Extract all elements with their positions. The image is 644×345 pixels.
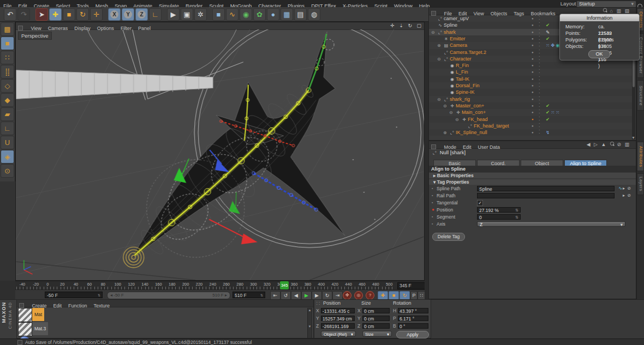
undo-icon[interactable]: ↶ <box>4 8 16 21</box>
coord-size-dropdown[interactable]: Size▾ <box>362 331 392 337</box>
ok-button[interactable]: OK <box>588 50 610 58</box>
visibility-dot-icon[interactable]: ● <box>532 96 534 102</box>
object-row-shark_rig[interactable]: ⊖⌞°shark_rig●⁚ <box>429 96 632 102</box>
visibility-dot-icon[interactable]: ● <box>532 29 534 35</box>
visibility-dot-icon[interactable]: ● <box>532 56 534 62</box>
next-frame-button[interactable]: ▶ <box>312 291 322 300</box>
visibility-dot-icon[interactable]: ● <box>532 49 534 56</box>
add-subdivision-surface-icon[interactable]: ◉ <box>240 8 252 21</box>
selected-object-row[interactable]: ⌞° Null [shark] <box>429 149 636 156</box>
range-start-field[interactable]: -50 F⇅ <box>45 292 103 298</box>
material-label-Mat.3[interactable]: Mat.3 <box>32 322 48 335</box>
ikspline-tag-icon[interactable]: ↯ <box>546 130 551 135</box>
model-mode-icon[interactable]: ■ <box>1 37 14 50</box>
visibility-dot-icon[interactable]: ● <box>532 102 534 109</box>
keyframe-selection-button[interactable]: ? <box>366 291 374 300</box>
visibility-dot-icon[interactable]: ● <box>532 69 534 75</box>
timeline-range-slider[interactable]: ◂ -50 F 510 F ▸ <box>107 292 230 299</box>
visibility-dot-icon[interactable]: ▪ <box>532 116 533 123</box>
render-dots-icon[interactable]: ⁚ <box>539 69 540 75</box>
move-icon[interactable]: ✚ <box>49 8 62 21</box>
object-row-FK_head[interactable]: ⊖✛FK_head▪⁚✔ <box>429 116 632 123</box>
timeline-ruler[interactable]: -40-200204060801001201401601802002202402… <box>15 281 425 290</box>
add-light-icon[interactable]: ◍ <box>308 8 320 21</box>
viewport-canvas[interactable] <box>16 29 424 280</box>
visibility-dot-icon[interactable]: ● <box>532 35 534 42</box>
redo-icon[interactable]: ↷ <box>17 8 30 21</box>
record-position-toggle[interactable]: ✚ <box>378 291 388 300</box>
range-end-field[interactable]: 510 F⇅ <box>232 292 265 298</box>
visibility-dot-icon[interactable]: ● <box>532 62 534 69</box>
visibility-dot-icon[interactable]: ● <box>532 123 534 129</box>
add-camera-icon[interactable]: ▤ <box>294 8 307 21</box>
object-label[interactable]: Main_con+ <box>462 110 486 115</box>
visibility-dot-icon[interactable]: ● <box>532 22 534 28</box>
add-array-icon[interactable]: ✿ <box>253 8 266 21</box>
pos-x-field[interactable]: -13331.435 c <box>321 308 355 313</box>
coord-system-icon[interactable]: ∟ <box>149 8 162 21</box>
render-dots-icon[interactable]: ⁚ <box>539 109 540 116</box>
attribute-toolbar-icons[interactable]: ◀ ▷ ▲ ⊘ ▥ <box>587 141 630 148</box>
rail-path-link-icons[interactable]: ▸ ⊘ <box>623 192 631 199</box>
record-rotation-toggle[interactable]: ↻ <box>399 291 410 300</box>
render-dots-icon[interactable]: ⁚ <box>539 123 540 129</box>
object-axis-mode-icon[interactable]: ▰ <box>1 107 14 121</box>
ik-tag-icon[interactable]: ⁙ <box>556 110 560 115</box>
add-cube-icon[interactable]: ■ <box>212 8 225 21</box>
scale-icon[interactable]: ■ <box>63 8 75 21</box>
tag-icons[interactable]: ✔ <box>546 102 551 109</box>
pen-tag-icon[interactable]: ✎ <box>546 29 551 35</box>
object-label[interactable]: Master_con+ <box>456 103 484 108</box>
add-floor-icon[interactable]: ▦ <box>281 8 293 21</box>
visibility-dot-icon[interactable]: ● <box>532 109 534 116</box>
spline-path-link-icons[interactable]: ∿▸ ⊘ <box>618 185 631 192</box>
object-row-Dorsal_Fin[interactable]: ◉Dorsal_Fin●⁚ <box>429 82 632 89</box>
point-mode-icon[interactable]: ⣿ <box>1 65 14 78</box>
check-tag-icon[interactable]: ✔ <box>546 36 551 41</box>
target-tag-icon[interactable]: ✥ <box>551 43 556 48</box>
object-row-Main_con+[interactable]: ⊖✛Main_con+●⁚✔⁙⁙ <box>429 109 632 116</box>
object-row-Master_con+[interactable]: ⊖✛Master_con+●⁚✔ <box>429 102 632 109</box>
delete-tag-button[interactable]: Delete Tag <box>432 233 465 241</box>
render-dots-icon[interactable]: ⁚ <box>539 102 540 109</box>
object-label[interactable]: L_Fin <box>456 69 468 75</box>
slider-right-group[interactable]: 510 F ▸ <box>212 292 227 299</box>
object-label[interactable]: Tail-IK <box>456 76 469 82</box>
lock-x-icon[interactable]: X <box>108 8 121 21</box>
tag-icons[interactable]: ⁙✥◉ <box>546 42 561 49</box>
object-label[interactable]: FK_head <box>468 117 488 122</box>
coord-mode-dropdown[interactable]: Object (Rel)▾ <box>321 331 356 337</box>
rail-path-field[interactable] <box>477 193 615 198</box>
slider-left-arrow[interactable]: ◂ <box>110 293 112 298</box>
add-spline-icon[interactable]: ∿ <box>226 8 238 21</box>
object-label[interactable]: Spline <box>444 22 457 28</box>
render-dots-icon[interactable]: ⁚ <box>539 116 540 123</box>
texture-mode-icon[interactable]: ∷ <box>1 51 14 64</box>
pos-z-field[interactable]: -268191.169 <box>321 323 355 329</box>
render-dots-icon[interactable]: ⁚ <box>539 35 540 42</box>
information-dialog-title[interactable]: Information <box>560 14 639 21</box>
object-label[interactable]: Dorsal_Fin <box>456 83 480 88</box>
object-row-FK_head_target[interactable]: ⌞°FK_head_target●⁚ <box>429 123 632 129</box>
render-picture-viewer-icon[interactable]: ▣ <box>181 8 193 21</box>
object-label[interactable]: shark_rig <box>450 96 470 102</box>
render-dots-icon[interactable]: ⁚ <box>539 29 540 35</box>
record-parameter-toggle[interactable]: P <box>410 291 418 300</box>
material-thumbnail-Mat.3[interactable] <box>18 322 32 336</box>
visibility-dot-icon[interactable]: ● <box>532 42 534 49</box>
loop-button[interactable]: ↻ <box>322 291 332 300</box>
visibility-dot-icon[interactable]: ● <box>532 129 534 136</box>
render-dots-icon[interactable]: ⁚ <box>539 82 540 89</box>
position-field[interactable]: 27.192 %⇅ <box>477 207 521 213</box>
ik-tag-icon[interactable]: ⁙ <box>551 110 556 115</box>
play-backwards-button[interactable]: ↺ <box>281 291 291 300</box>
axis-dropdown[interactable]: Z▾ <box>477 221 625 227</box>
ik-tag-icon[interactable]: ⁙ <box>546 43 551 48</box>
object-label[interactable]: FK_head_target <box>474 123 509 129</box>
object-label[interactable]: Camera <box>450 43 467 48</box>
object-row-Tail-IK[interactable]: ◉Tail-IK●⁚ <box>429 76 632 82</box>
object-label[interactable]: Camera.Target.2 <box>450 50 486 55</box>
side-tab-structure[interactable]: Structure <box>637 80 644 111</box>
pos-y-field[interactable]: 15257.349 cm <box>321 316 355 321</box>
play-forwards-button[interactable]: ▶ <box>301 291 312 300</box>
